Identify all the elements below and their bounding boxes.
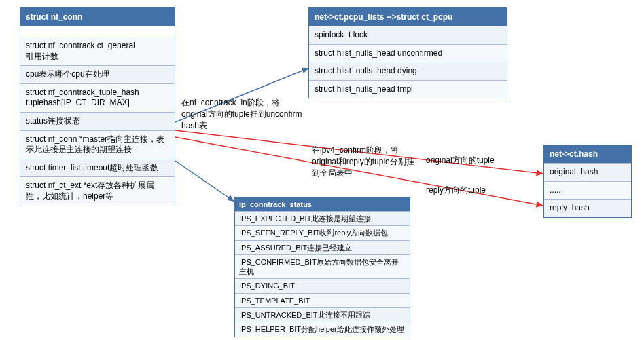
status-enum-row: IPS_DYING_BIT <box>235 278 410 292</box>
ct-pcpu-row: struct hlist_nulls_head unconfirmed <box>309 44 507 62</box>
box-ct-hash-title: net->ct.hash <box>544 145 631 163</box>
box-ct-pcpu: net->ct.pcpu_lists -->struct ct_pcpu spi… <box>308 7 507 98</box>
box-status-enum-title: ip_conntrack_status <box>235 197 410 211</box>
status-enum-row: IPS_SEEN_REPLY_BIT收到reply方向数据包 <box>235 225 410 240</box>
status-enum-row: IPS_TEMPLATE_BIT <box>235 293 410 307</box>
status-enum-row: IPS_EXPECTED_BIT此连接是期望连接 <box>235 211 410 225</box>
ct-hash-row: original_hash <box>544 163 631 181</box>
nf-conn-row: struct timer_list timeout超时处理函数 <box>20 159 175 177</box>
nf-conn-row: struct nf_conntrack ct_general 引用计数 <box>20 37 175 65</box>
ct-pcpu-row: struct hlist_nulls_head dying <box>309 62 507 80</box>
annotation-unconfirm: 在nf_conntrack_in阶段，将original方向的tuple挂到un… <box>181 97 304 131</box>
ct-pcpu-row: spinlock_t lock <box>309 26 507 44</box>
nf-conn-row: struct nf_ct_ext *ext存放各种扩展属性，比如统计，helpe… <box>20 176 175 205</box>
ct-hash-row: reply_hash <box>544 199 631 217</box>
line-status-to-enum <box>175 161 234 202</box>
annotation-original-tuple: original方向的tuple <box>426 155 495 166</box>
ct-pcpu-row: struct hlist_nulls_head tmpl <box>309 80 507 98</box>
status-enum-row: IPS_UNTRACKED_BIT此连接不用跟踪 <box>235 307 410 322</box>
annotation-reply-tuple: reply方向的tuple <box>426 185 486 196</box>
nf-conn-row: cpu表示哪个cpu在处理 <box>20 65 175 83</box>
status-enum-row: IPS_ASSURED_BIT连接已经建立 <box>235 240 410 254</box>
nf-conn-row: struct nf_conn *master指向主连接，表示此连接是主连接的期望… <box>20 130 175 159</box>
nf-conn-row: status连接状态 <box>20 112 175 130</box>
box-status-enum: ip_conntrack_status IPS_EXPECTED_BIT此连接是… <box>234 197 410 337</box>
status-enum-row: IPS_HELPER_BIT分配helper给此连接作额外处理 <box>235 322 410 336</box>
box-nf-conn-title: struct nf_conn <box>20 8 175 26</box>
annotation-confirm: 在ipv4_confirm阶段，将original和reply的tuple分别挂… <box>312 145 421 178</box>
box-nf-conn: struct nf_conn struct nf_conntrack ct_ge… <box>20 7 175 206</box>
box-ct-pcpu-title: net->ct.pcpu_lists -->struct ct_pcpu <box>309 8 507 26</box>
status-enum-row: IPS_CONFIRMED_BIT原始方向数据包安全离开主机 <box>235 254 410 279</box>
box-ct-hash: net->ct.hash original_hash ...... reply_… <box>543 145 632 218</box>
nf-conn-row: struct nf_conntrack_tuple_hash tuplehash… <box>20 83 175 112</box>
ct-hash-row: ...... <box>544 181 631 200</box>
